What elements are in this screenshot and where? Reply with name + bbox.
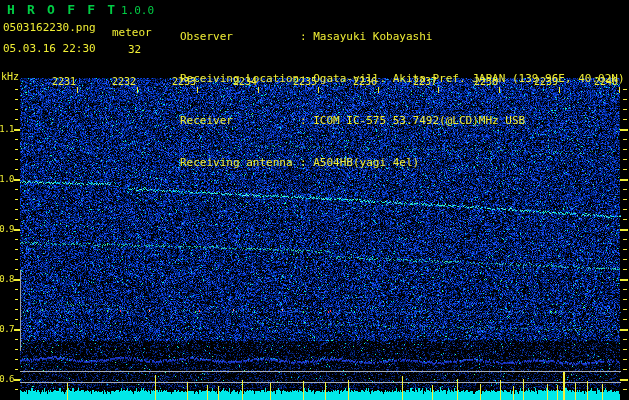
header-sep: : — [300, 30, 307, 43]
x-tick-label: 2238 — [473, 76, 498, 87]
header-value: Masayuki Kobayashi — [313, 30, 432, 43]
header-label: Receiving antenna — [180, 156, 300, 170]
header-row-antenna: Receiving antenna: A504HB(yagi 4el) — [180, 156, 625, 170]
x-tick-label: 2234 — [232, 76, 257, 87]
capture-filename: 0503162230.png — [3, 21, 96, 34]
x-tick-label: 2231 — [51, 76, 76, 87]
echo-count: 32 — [128, 43, 141, 56]
y-tick-label: 0.8 — [0, 274, 14, 284]
x-tick-label: 2237 — [412, 76, 437, 87]
header-value: A504HB(yagi 4el) — [313, 156, 419, 169]
x-tick-label: 2236 — [352, 76, 377, 87]
y-tick-label: 0.9 — [0, 224, 14, 234]
y-tick-label: 0.7 — [0, 324, 14, 334]
header-sep: : — [300, 114, 307, 127]
header-label: Receiver — [180, 114, 300, 128]
header-row-receiver: Receiver: ICOM IC-575 53.7492(@LCD)MHz U… — [180, 114, 625, 128]
hrofft-window: H R O F F T 1.0.0 0503162230.png meteor … — [0, 0, 629, 400]
x-tick-label: 2235 — [292, 76, 317, 87]
x-tick-label: 2239 — [533, 76, 558, 87]
y-tick-label: 1.0 — [0, 174, 14, 184]
x-tick-label: 2232 — [111, 76, 136, 87]
app-version: 1.0.0 — [121, 4, 154, 17]
y-tick-label: 0.6 — [0, 374, 14, 384]
x-tick-label: 2240 — [593, 76, 618, 87]
header-info: Observer: Masayuki Kobayashi Receiving L… — [180, 2, 625, 198]
header-label: Observer — [180, 30, 300, 44]
app-title: H R O F F T — [7, 2, 117, 17]
capture-datetime: 05.03.16 22:30 — [3, 42, 96, 55]
x-tick-label: 2233 — [171, 76, 196, 87]
y-axis-unit-label: kHz — [1, 71, 19, 82]
header-row-observer: Observer: Masayuki Kobayashi — [180, 30, 625, 44]
header-sep: : — [300, 156, 307, 169]
header-value: ICOM IC-575 53.7492(@LCD)MHz USB — [313, 114, 525, 127]
y-tick-label: 1.1 — [0, 124, 14, 134]
mode-label: meteor — [112, 26, 152, 39]
